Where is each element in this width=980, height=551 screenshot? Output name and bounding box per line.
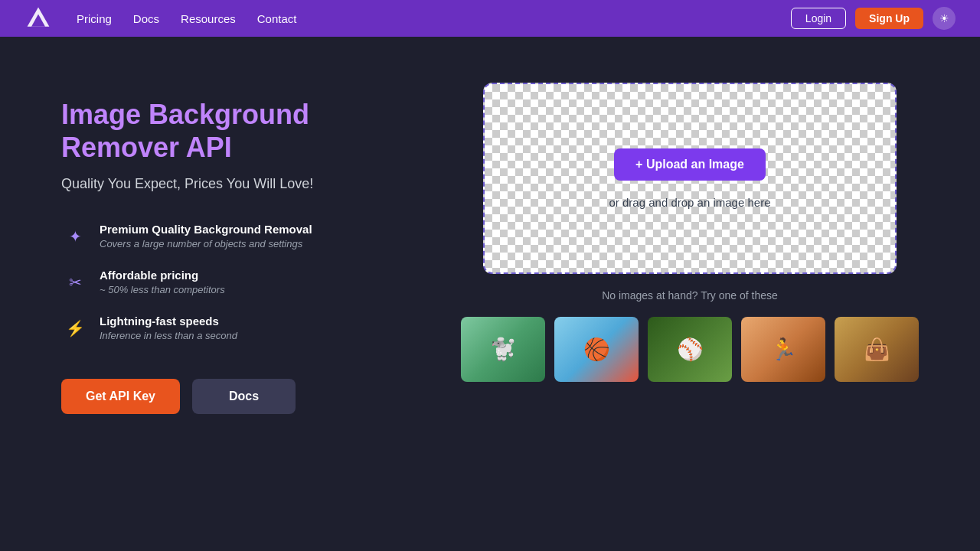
hero-subtitle: Quality You Expect, Prices You Will Love…	[61, 176, 415, 192]
signup-button[interactable]: Sign Up	[855, 8, 923, 29]
runner-icon: 🏃	[741, 317, 825, 382]
nav-resources[interactable]: Resources	[181, 12, 236, 25]
nav-links: Pricing Docs Resources Contact	[77, 12, 766, 25]
sample-image-baseball[interactable]: ⚾	[648, 317, 732, 382]
sample-image-runner[interactable]: 🏃	[741, 317, 825, 382]
feature-speed-text: Lightning-fast speeds Inference in less …	[100, 315, 237, 341]
right-panel: + Upload an Image or drag and drop an im…	[461, 83, 919, 520]
upload-button[interactable]: + Upload an Image	[614, 148, 766, 181]
feature-pricing: ✂ Affordable pricing ~ 50% less than com…	[61, 269, 415, 296]
dog-icon: 🐩	[461, 317, 545, 382]
scissors-icon: ✂	[61, 269, 89, 296]
left-panel: Image Background Remover API Quality You…	[61, 83, 415, 520]
get-api-key-button[interactable]: Get API Key	[61, 379, 180, 414]
feature-speed-sub: Inference in less than a second	[100, 330, 237, 341]
basketball-icon: 🏀	[554, 317, 639, 382]
logo[interactable]	[24, 5, 52, 32]
feature-quality-title: Premium Quality Background Removal	[100, 223, 312, 236]
feature-quality-text: Premium Quality Background Removal Cover…	[100, 223, 312, 249]
sample-image-dog[interactable]: 🐩	[461, 317, 545, 382]
feature-pricing-sub: ~ 50% less than competitors	[100, 284, 225, 295]
login-button[interactable]: Login	[791, 8, 846, 29]
nav-contact[interactable]: Contact	[257, 12, 297, 25]
sample-image-bag[interactable]: 👜	[835, 317, 919, 382]
cta-buttons: Get API Key Docs	[61, 379, 415, 414]
nav-pricing[interactable]: Pricing	[77, 12, 112, 25]
feature-speed-title: Lightning-fast speeds	[100, 315, 237, 328]
sparkle-icon: ✦	[61, 223, 89, 250]
navbar: Pricing Docs Resources Contact Login Sig…	[0, 0, 980, 37]
feature-pricing-title: Affordable pricing	[100, 269, 225, 282]
theme-toggle-button[interactable]: ☀	[933, 7, 956, 30]
docs-button[interactable]: Docs	[192, 379, 296, 414]
sample-images-grid: 🐩 🏀 ⚾ 🏃 👜	[461, 317, 919, 382]
features-list: ✦ Premium Quality Background Removal Cov…	[61, 223, 415, 342]
upload-area[interactable]: + Upload an Image or drag and drop an im…	[483, 83, 897, 274]
main-content: Image Background Remover API Quality You…	[0, 37, 980, 551]
sample-images-label: No images at hand? Try one of these	[602, 289, 778, 302]
lightning-icon: ⚡	[61, 315, 89, 342]
feature-quality: ✦ Premium Quality Background Removal Cov…	[61, 223, 415, 250]
baseball-icon: ⚾	[648, 317, 732, 382]
bag-icon: 👜	[835, 317, 919, 382]
feature-quality-sub: Covers a large number of objects and set…	[100, 238, 312, 249]
nav-docs[interactable]: Docs	[133, 12, 159, 25]
hero-title: Image Background Remover API	[61, 98, 415, 164]
drag-drop-label: or drag and drop an image here	[609, 196, 771, 209]
feature-pricing-text: Affordable pricing ~ 50% less than compe…	[100, 269, 225, 295]
sample-image-basketball[interactable]: 🏀	[554, 317, 639, 382]
nav-right: Login Sign Up ☀	[791, 7, 956, 30]
feature-speed: ⚡ Lightning-fast speeds Inference in les…	[61, 315, 415, 342]
